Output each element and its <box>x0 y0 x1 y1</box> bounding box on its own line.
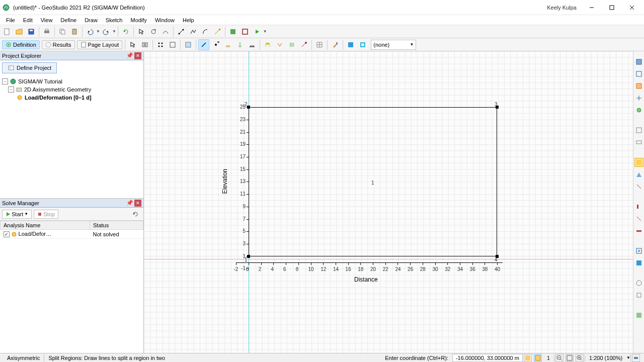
rotate-icon[interactable] <box>148 26 159 37</box>
new-file-icon[interactable] <box>2 26 13 37</box>
rt-icon-7[interactable] <box>634 138 643 147</box>
bc-spring-icon[interactable] <box>222 39 233 50</box>
solve-col-status[interactable]: Status <box>90 221 143 230</box>
menu-define[interactable]: Define <box>56 16 80 24</box>
snap-object-icon[interactable] <box>534 354 542 362</box>
drawing-canvas[interactable]: 1 2 3 4 1 -20246810121416182022242628303… <box>144 51 633 353</box>
rt-icon-9[interactable] <box>634 182 643 191</box>
refresh-icon[interactable] <box>120 26 131 37</box>
print-icon[interactable] <box>41 26 52 37</box>
rt-icon-4[interactable] <box>634 94 643 103</box>
status-coord-input[interactable]: -16.000000, 33.000000 m <box>452 354 523 362</box>
rt-icon-15[interactable] <box>634 279 643 288</box>
solve-row[interactable]: ✓ Load/Defor… Not solved <box>1 230 143 239</box>
menu-help[interactable]: Help <box>179 16 198 24</box>
add-point-icon[interactable]: + <box>210 39 221 50</box>
paste-icon[interactable] <box>69 26 80 37</box>
zoom-in-icon[interactable] <box>576 354 584 362</box>
maximize-button[interactable] <box>602 0 622 15</box>
brush-icon[interactable] <box>330 39 341 50</box>
solve-col-name[interactable]: Analysis Name <box>1 221 90 230</box>
rt-icon-2[interactable] <box>634 69 643 78</box>
load2-icon[interactable] <box>274 39 285 50</box>
split-region-icon[interactable] <box>198 39 209 50</box>
curve-icon[interactable] <box>160 26 171 37</box>
rt-icon-materials[interactable] <box>634 158 643 167</box>
tree-analysis[interactable]: Load/Deformation [0–1 d] <box>2 94 141 102</box>
rt-icon-13[interactable] <box>634 246 643 255</box>
arc-tool-icon[interactable] <box>200 26 211 37</box>
menu-edit[interactable]: Edit <box>19 16 37 24</box>
close-button[interactable] <box>622 0 642 15</box>
pin-icon[interactable]: 📌 <box>126 52 133 59</box>
open-file-icon[interactable] <box>14 26 25 37</box>
polyline-tool-icon[interactable] <box>188 26 199 37</box>
rt-icon-16[interactable] <box>634 291 643 300</box>
materials-icon[interactable] <box>227 26 238 37</box>
undo-icon[interactable] <box>85 26 96 37</box>
edit-line-icon[interactable] <box>212 26 223 37</box>
menu-modify[interactable]: Modify <box>126 16 150 24</box>
minimize-button[interactable] <box>582 0 602 15</box>
x-tick-label: 30 <box>433 266 438 272</box>
tab-definition[interactable]: Definition <box>2 40 40 49</box>
line-tool-icon[interactable] <box>176 26 187 37</box>
render2-icon[interactable] <box>357 39 368 50</box>
pan-icon[interactable] <box>139 39 150 50</box>
rt-icon-8[interactable] <box>634 170 643 179</box>
menu-window[interactable]: Window <box>151 16 179 24</box>
rt-icon-6[interactable] <box>634 126 643 135</box>
solve-icon[interactable] <box>252 26 263 37</box>
solve-stop-button[interactable]: Stop <box>34 210 58 219</box>
redo-icon[interactable] <box>101 26 112 37</box>
mesh-icon[interactable] <box>314 39 325 50</box>
rt-icon-12[interactable] <box>634 226 643 235</box>
tab-pagelayout[interactable]: Page Layout <box>77 40 123 49</box>
rt-icon-17[interactable] <box>634 311 643 320</box>
load4-icon[interactable] <box>298 39 309 50</box>
solve-start-button[interactable]: Start ▼ <box>2 210 32 219</box>
boundary-icon[interactable] <box>239 26 251 37</box>
user-label: Keely Kulpa <box>547 5 577 11</box>
menu-file[interactable]: File <box>2 16 19 24</box>
units-icon[interactable] <box>632 354 640 362</box>
tab-results[interactable]: Results <box>42 40 75 49</box>
rt-icon-14[interactable] <box>634 258 643 267</box>
define-project-button[interactable]: Define Project <box>2 62 57 73</box>
pointer-icon[interactable] <box>136 26 147 37</box>
tree-root[interactable]: − SIGMA/W Tutorial <box>2 77 141 85</box>
rt-icon-3[interactable] <box>634 81 643 90</box>
pin-icon[interactable]: 📌 <box>126 200 133 207</box>
zoom-fit-icon[interactable] <box>566 354 574 362</box>
menu-bar: File Edit View Define Draw Sketch Modify… <box>0 15 644 25</box>
points-icon[interactable] <box>155 39 166 50</box>
status-zoom[interactable]: 1:200 (100%) <box>585 355 626 361</box>
collapse-icon[interactable]: − <box>2 78 8 84</box>
load3-icon[interactable] <box>286 39 297 50</box>
solve-refresh-icon[interactable] <box>130 209 141 220</box>
save-icon[interactable] <box>26 26 37 37</box>
render-icon[interactable] <box>345 39 356 50</box>
view-dropdown[interactable]: (none) ▼ <box>371 40 416 50</box>
select-icon[interactable] <box>127 39 138 50</box>
close-panel-icon[interactable]: ✕ <box>134 200 141 207</box>
menu-draw[interactable]: Draw <box>80 16 102 24</box>
zoom-out-icon[interactable] <box>555 354 564 362</box>
bc-fixed-icon[interactable] <box>247 39 258 50</box>
rt-icon-11[interactable] <box>634 214 643 223</box>
rt-icon-1[interactable] <box>634 57 643 66</box>
collapse-icon[interactable]: − <box>8 86 14 93</box>
tree-geometry[interactable]: − 2D Axisymmetric Geometry <box>2 85 141 94</box>
checkbox-icon[interactable]: ✓ <box>4 231 10 237</box>
rt-icon-10[interactable] <box>634 202 643 211</box>
snap-grid-icon[interactable] <box>524 354 532 362</box>
region-draw-icon[interactable] <box>183 39 194 50</box>
load-icon[interactable] <box>262 39 273 50</box>
close-panel-icon[interactable]: ✕ <box>134 52 141 59</box>
menu-view[interactable]: View <box>37 16 57 24</box>
bc-force-icon[interactable] <box>234 39 246 50</box>
rt-icon-5[interactable] <box>634 106 643 115</box>
lines-icon[interactable] <box>167 39 178 50</box>
copy-icon[interactable] <box>57 26 68 37</box>
menu-sketch[interactable]: Sketch <box>102 16 127 24</box>
